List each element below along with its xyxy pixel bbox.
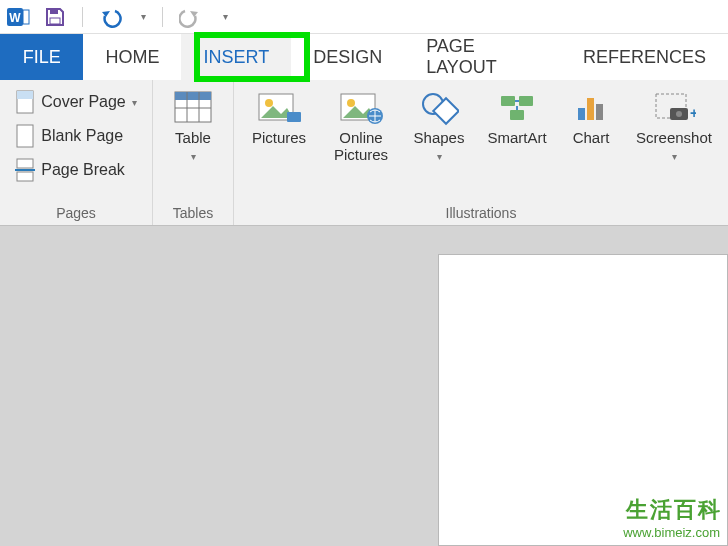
svg-rect-23	[433, 98, 458, 123]
dropdown-caret-icon: ▾	[672, 151, 677, 162]
watermark-url: www.bimeiz.com	[621, 525, 722, 540]
smartart-label: SmartArt	[487, 130, 546, 147]
quick-access-toolbar: W ▾ ▾	[0, 0, 728, 34]
ribbon-group-label: Tables	[173, 203, 213, 225]
dropdown-caret-icon: ▾	[191, 151, 196, 162]
online-pictures-label: Online Pictures	[334, 130, 388, 163]
page-break-label: Page Break	[41, 161, 125, 179]
svg-rect-3	[50, 9, 58, 14]
page-break-button[interactable]: Page Break	[11, 156, 141, 184]
svg-rect-9	[17, 172, 33, 181]
tab-home[interactable]: HOME	[83, 34, 181, 80]
svg-text:+: +	[690, 105, 696, 121]
blank-page-icon	[15, 124, 35, 148]
online-pictures-button[interactable]: Online Pictures	[322, 84, 400, 163]
watermark: 生活百科 www.bimeiz.com	[621, 495, 722, 540]
svg-rect-4	[50, 18, 60, 24]
svg-point-17	[265, 99, 273, 107]
tab-insert[interactable]: INSERT	[181, 34, 291, 80]
pictures-label: Pictures	[252, 130, 306, 147]
qat-separator	[82, 7, 83, 27]
svg-rect-29	[596, 104, 603, 120]
cover-page-button[interactable]: Cover Page ▾	[11, 88, 141, 116]
cover-page-icon	[15, 90, 35, 114]
ribbon-group-tables: Table ▾ Tables	[153, 80, 234, 225]
svg-rect-18	[287, 112, 301, 122]
save-icon[interactable]	[44, 6, 66, 28]
ribbon-group-pages: Cover Page ▾ Blank Page Page Break Pages	[0, 80, 153, 225]
smartart-button[interactable]: SmartArt	[478, 84, 556, 147]
ribbon-group-label: Pages	[56, 203, 96, 225]
chart-icon	[572, 88, 610, 126]
svg-point-32	[676, 111, 682, 117]
ribbon-group-illustrations: Pictures Online Pictures Shapes ▾ SmartA…	[234, 80, 728, 225]
table-button[interactable]: Table ▾	[159, 84, 227, 162]
svg-rect-8	[17, 159, 33, 168]
svg-rect-24	[501, 96, 515, 106]
dropdown-caret-icon: ▾	[437, 151, 442, 162]
svg-rect-28	[587, 98, 594, 120]
svg-rect-6	[17, 91, 33, 99]
shapes-icon	[419, 88, 459, 126]
screenshot-button[interactable]: + Screenshot ▾	[626, 84, 722, 162]
shapes-label: Shapes	[414, 130, 465, 147]
svg-rect-25	[519, 96, 533, 106]
blank-page-label: Blank Page	[41, 127, 123, 145]
chart-label: Chart	[573, 130, 610, 147]
ribbon: Cover Page ▾ Blank Page Page Break Pages…	[0, 80, 728, 226]
tab-references[interactable]: REFERENCES	[561, 34, 728, 80]
tab-design[interactable]: DESIGN	[291, 34, 404, 80]
svg-rect-27	[578, 108, 585, 120]
chart-button[interactable]: Chart	[560, 84, 622, 147]
blank-page-button[interactable]: Blank Page	[11, 122, 141, 150]
svg-text:W: W	[9, 11, 21, 25]
word-app-icon: W	[6, 5, 30, 29]
dropdown-caret-icon: ▾	[132, 97, 137, 108]
qat-customize-icon[interactable]: ▾	[223, 11, 228, 22]
svg-rect-12	[175, 92, 211, 100]
tab-file[interactable]: FILE	[0, 34, 83, 80]
table-icon	[173, 88, 213, 126]
ribbon-tabbar: FILE HOME INSERT DESIGN PAGE LAYOUT REFE…	[0, 34, 728, 80]
svg-rect-2	[23, 10, 29, 24]
document-area	[0, 226, 728, 546]
watermark-text: 生活百科	[621, 495, 722, 525]
smartart-icon	[497, 88, 537, 126]
redo-icon[interactable]	[179, 6, 203, 28]
screenshot-icon: +	[652, 88, 696, 126]
svg-rect-7	[17, 125, 33, 147]
undo-icon[interactable]	[99, 6, 127, 28]
pictures-button[interactable]: Pictures	[240, 84, 318, 147]
qat-separator	[162, 7, 163, 27]
page-break-icon	[15, 158, 35, 182]
shapes-button[interactable]: Shapes ▾	[404, 84, 474, 162]
online-pictures-icon	[339, 88, 383, 126]
svg-point-20	[347, 99, 355, 107]
pictures-icon	[257, 88, 301, 126]
tab-page-layout[interactable]: PAGE LAYOUT	[404, 34, 561, 80]
screenshot-label: Screenshot	[636, 130, 712, 147]
svg-rect-26	[510, 110, 524, 120]
ribbon-group-label: Illustrations	[446, 203, 517, 225]
undo-dropdown-icon[interactable]: ▾	[141, 11, 146, 22]
table-label: Table	[175, 130, 211, 147]
cover-page-label: Cover Page	[41, 93, 126, 111]
